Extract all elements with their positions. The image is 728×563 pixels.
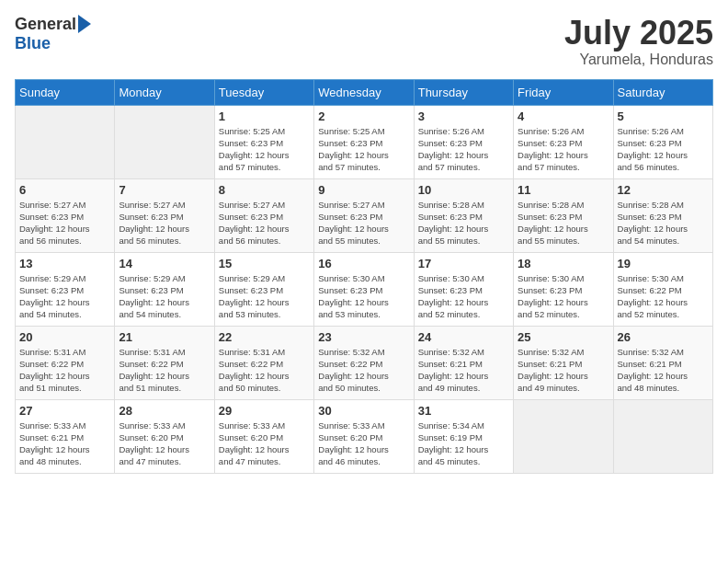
day-info: Sunrise: 5:33 AMSunset: 6:20 PMDaylight:… [219,419,310,468]
calendar-cell: 1Sunrise: 5:25 AMSunset: 6:23 PMDaylight… [214,105,313,178]
weekday-header-tuesday: Tuesday [214,79,313,105]
day-number: 30 [318,404,409,418]
day-info: Sunrise: 5:31 AMSunset: 6:22 PMDaylight:… [19,346,110,395]
weekday-header-wednesday: Wednesday [314,79,414,105]
day-number: 16 [318,257,409,270]
weekday-header-saturday: Saturday [613,79,712,105]
calendar-week-row: 20Sunrise: 5:31 AMSunset: 6:22 PMDayligh… [16,326,713,399]
day-number: 4 [518,109,609,123]
day-info: Sunrise: 5:27 AMSunset: 6:23 PMDaylight:… [119,199,210,247]
day-info: Sunrise: 5:27 AMSunset: 6:23 PMDaylight:… [219,199,310,247]
day-info: Sunrise: 5:30 AMSunset: 6:23 PMDaylight:… [418,272,509,321]
day-number: 9 [318,183,409,197]
calendar-cell: 20Sunrise: 5:31 AMSunset: 6:22 PMDayligh… [16,326,115,399]
calendar-cell: 22Sunrise: 5:31 AMSunset: 6:22 PMDayligh… [214,326,313,399]
day-info: Sunrise: 5:26 AMSunset: 6:23 PMDaylight:… [518,125,609,174]
day-info: Sunrise: 5:29 AMSunset: 6:23 PMDaylight:… [119,272,210,321]
day-info: Sunrise: 5:33 AMSunset: 6:20 PMDaylight:… [318,419,409,468]
logo-blue-text: Blue [15,34,51,53]
calendar-cell: 26Sunrise: 5:32 AMSunset: 6:21 PMDayligh… [613,326,712,399]
weekday-header-thursday: Thursday [414,79,513,105]
calendar-cell: 23Sunrise: 5:32 AMSunset: 6:22 PMDayligh… [314,326,414,399]
day-number: 21 [119,330,210,344]
weekday-header-monday: Monday [115,79,214,105]
day-number: 3 [418,109,509,123]
calendar-cell: 27Sunrise: 5:33 AMSunset: 6:21 PMDayligh… [16,399,115,473]
calendar-cell [16,105,115,178]
title-block: July 2025 Yarumela, Honduras [564,15,713,68]
calendar-week-row: 1Sunrise: 5:25 AMSunset: 6:23 PMDaylight… [16,105,713,178]
calendar-cell: 25Sunrise: 5:32 AMSunset: 6:21 PMDayligh… [514,326,613,399]
calendar-cell: 9Sunrise: 5:27 AMSunset: 6:23 PMDaylight… [314,178,414,252]
day-info: Sunrise: 5:32 AMSunset: 6:21 PMDaylight:… [518,346,609,395]
day-number: 7 [119,183,210,197]
calendar-cell: 18Sunrise: 5:30 AMSunset: 6:23 PMDayligh… [514,252,613,326]
calendar-week-row: 6Sunrise: 5:27 AMSunset: 6:23 PMDaylight… [16,178,713,252]
calendar-cell: 29Sunrise: 5:33 AMSunset: 6:20 PMDayligh… [214,399,313,473]
calendar-cell: 5Sunrise: 5:26 AMSunset: 6:23 PMDaylight… [613,105,712,178]
logo-arrow-icon [78,15,91,33]
day-info: Sunrise: 5:25 AMSunset: 6:23 PMDaylight:… [318,125,409,174]
day-info: Sunrise: 5:28 AMSunset: 6:23 PMDaylight:… [418,199,509,247]
day-info: Sunrise: 5:26 AMSunset: 6:23 PMDaylight:… [618,125,709,174]
day-info: Sunrise: 5:26 AMSunset: 6:23 PMDaylight:… [418,125,509,174]
day-info: Sunrise: 5:29 AMSunset: 6:23 PMDaylight:… [19,272,110,321]
calendar-table: SundayMondayTuesdayWednesdayThursdayFrid… [15,79,713,474]
day-number: 22 [219,330,310,344]
calendar-cell: 28Sunrise: 5:33 AMSunset: 6:20 PMDayligh… [115,399,214,473]
weekday-header-row: SundayMondayTuesdayWednesdayThursdayFrid… [16,79,713,105]
day-number: 5 [618,109,709,123]
calendar-cell: 13Sunrise: 5:29 AMSunset: 6:23 PMDayligh… [16,252,115,326]
day-number: 11 [518,183,609,197]
day-number: 20 [19,330,110,344]
calendar-cell: 21Sunrise: 5:31 AMSunset: 6:22 PMDayligh… [115,326,214,399]
calendar-cell: 10Sunrise: 5:28 AMSunset: 6:23 PMDayligh… [414,178,513,252]
calendar-cell: 8Sunrise: 5:27 AMSunset: 6:23 PMDaylight… [214,178,313,252]
day-number: 28 [119,404,210,418]
calendar-cell: 19Sunrise: 5:30 AMSunset: 6:22 PMDayligh… [613,252,712,326]
day-number: 18 [518,257,609,270]
calendar-week-row: 27Sunrise: 5:33 AMSunset: 6:21 PMDayligh… [16,399,713,473]
calendar-cell: 15Sunrise: 5:29 AMSunset: 6:23 PMDayligh… [214,252,313,326]
day-number: 23 [318,330,409,344]
day-info: Sunrise: 5:33 AMSunset: 6:20 PMDaylight:… [119,419,210,468]
day-number: 26 [618,330,709,344]
day-info: Sunrise: 5:31 AMSunset: 6:22 PMDaylight:… [219,346,310,395]
day-number: 24 [418,330,509,344]
page-header: General Blue July 2025 Yarumela, Hondura… [15,15,713,68]
calendar-cell: 17Sunrise: 5:30 AMSunset: 6:23 PMDayligh… [414,252,513,326]
calendar-cell: 7Sunrise: 5:27 AMSunset: 6:23 PMDaylight… [115,178,214,252]
logo: General Blue [15,15,91,53]
day-info: Sunrise: 5:32 AMSunset: 6:21 PMDaylight:… [618,346,709,395]
day-info: Sunrise: 5:33 AMSunset: 6:21 PMDaylight:… [19,419,110,468]
day-info: Sunrise: 5:31 AMSunset: 6:22 PMDaylight:… [119,346,210,395]
day-info: Sunrise: 5:28 AMSunset: 6:23 PMDaylight:… [518,199,609,247]
day-number: 15 [219,257,310,270]
day-number: 27 [19,404,110,418]
day-info: Sunrise: 5:30 AMSunset: 6:22 PMDaylight:… [618,272,709,321]
calendar-cell: 31Sunrise: 5:34 AMSunset: 6:19 PMDayligh… [414,399,513,473]
calendar-week-row: 13Sunrise: 5:29 AMSunset: 6:23 PMDayligh… [16,252,713,326]
weekday-header-sunday: Sunday [16,79,115,105]
day-number: 2 [318,109,409,123]
day-info: Sunrise: 5:27 AMSunset: 6:23 PMDaylight:… [318,199,409,247]
day-info: Sunrise: 5:25 AMSunset: 6:23 PMDaylight:… [219,125,310,174]
logo-general-text: General [15,15,76,34]
day-info: Sunrise: 5:28 AMSunset: 6:23 PMDaylight:… [618,199,709,247]
day-number: 17 [418,257,509,270]
day-number: 13 [19,257,110,270]
calendar-cell: 11Sunrise: 5:28 AMSunset: 6:23 PMDayligh… [514,178,613,252]
day-info: Sunrise: 5:34 AMSunset: 6:19 PMDaylight:… [418,419,509,468]
day-number: 8 [219,183,310,197]
day-number: 14 [119,257,210,270]
calendar-cell: 14Sunrise: 5:29 AMSunset: 6:23 PMDayligh… [115,252,214,326]
calendar-cell [613,399,712,473]
day-number: 19 [618,257,709,270]
day-info: Sunrise: 5:32 AMSunset: 6:22 PMDaylight:… [318,346,409,395]
day-number: 10 [418,183,509,197]
calendar-cell [115,105,214,178]
calendar-cell: 30Sunrise: 5:33 AMSunset: 6:20 PMDayligh… [314,399,414,473]
day-info: Sunrise: 5:30 AMSunset: 6:23 PMDaylight:… [318,272,409,321]
day-number: 12 [618,183,709,197]
day-info: Sunrise: 5:30 AMSunset: 6:23 PMDaylight:… [518,272,609,321]
